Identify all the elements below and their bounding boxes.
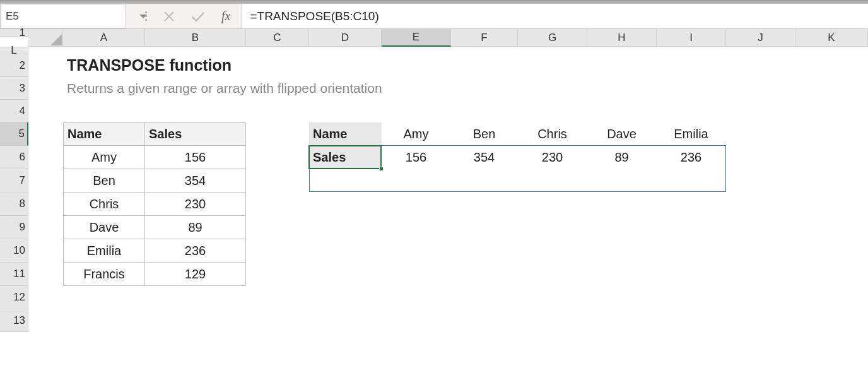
cell[interactable] xyxy=(657,216,726,239)
cell[interactable]: Francis xyxy=(63,263,145,286)
formula-input[interactable]: =TRANSPOSE(B5:C10) xyxy=(242,4,868,28)
column-header[interactable]: A xyxy=(63,29,145,47)
cell[interactable] xyxy=(726,47,795,54)
row-header[interactable]: 3 xyxy=(0,77,28,100)
cell[interactable]: 230 xyxy=(518,146,587,169)
cell[interactable] xyxy=(246,146,309,169)
cell[interactable] xyxy=(726,122,795,146)
cell[interactable] xyxy=(518,239,587,263)
row-header[interactable]: 6 xyxy=(0,146,28,169)
column-header[interactable]: B xyxy=(145,29,246,47)
cell[interactable] xyxy=(795,100,868,122)
cell[interactable] xyxy=(451,77,518,100)
cell[interactable] xyxy=(382,47,451,54)
select-all-corner[interactable] xyxy=(28,29,63,47)
cell[interactable] xyxy=(726,100,795,122)
cell[interactable] xyxy=(28,286,63,309)
column-header[interactable]: L xyxy=(0,47,28,54)
cell[interactable] xyxy=(246,286,309,309)
cell[interactable] xyxy=(587,47,657,54)
cell[interactable] xyxy=(382,239,451,263)
cell[interactable] xyxy=(246,309,309,332)
cell[interactable] xyxy=(518,77,587,100)
cell[interactable] xyxy=(726,286,795,309)
column-header[interactable]: E xyxy=(382,29,451,47)
cell[interactable] xyxy=(309,239,382,263)
cell[interactable] xyxy=(309,100,382,122)
cell[interactable] xyxy=(726,263,795,286)
cell[interactable] xyxy=(726,193,795,216)
cell[interactable] xyxy=(145,286,246,309)
column-header[interactable]: K xyxy=(795,29,868,47)
row-header[interactable]: 13 xyxy=(0,309,28,332)
expand-formula-bar-icon[interactable] xyxy=(145,11,147,21)
cell[interactable] xyxy=(726,216,795,239)
cell[interactable] xyxy=(587,286,657,309)
cell[interactable] xyxy=(795,286,868,309)
cell[interactable] xyxy=(63,47,145,54)
cell[interactable] xyxy=(246,239,309,263)
cell[interactable]: Ben xyxy=(451,122,518,146)
cell[interactable] xyxy=(246,193,309,216)
cell[interactable] xyxy=(451,239,518,263)
name-box[interactable] xyxy=(0,4,126,28)
cell[interactable] xyxy=(63,309,145,332)
cell[interactable] xyxy=(726,146,795,169)
cell[interactable] xyxy=(726,169,795,193)
cell[interactable]: Amy xyxy=(382,122,451,146)
row-header[interactable]: 11 xyxy=(0,263,28,286)
cell[interactable] xyxy=(145,309,246,332)
row-header[interactable]: 12 xyxy=(0,286,28,309)
cell[interactable]: Ben xyxy=(63,169,145,193)
row-header[interactable]: 10 xyxy=(0,239,28,263)
cell[interactable] xyxy=(382,77,451,100)
cell[interactable] xyxy=(382,100,451,122)
cell[interactable] xyxy=(451,216,518,239)
cell[interactable] xyxy=(246,216,309,239)
cell[interactable] xyxy=(28,146,63,169)
cell[interactable] xyxy=(657,100,726,122)
cell[interactable] xyxy=(28,216,63,239)
cell[interactable] xyxy=(795,54,868,77)
cell[interactable] xyxy=(795,193,868,216)
cell[interactable]: 89 xyxy=(587,146,657,169)
cell[interactable]: 129 xyxy=(145,263,246,286)
cell[interactable] xyxy=(451,100,518,122)
enter-icon[interactable] xyxy=(191,11,205,22)
cell[interactable] xyxy=(309,193,382,216)
cell[interactable] xyxy=(587,77,657,100)
cell[interactable] xyxy=(587,263,657,286)
cell[interactable] xyxy=(518,169,587,193)
cell[interactable] xyxy=(28,77,63,100)
cell[interactable] xyxy=(382,309,451,332)
cell[interactable] xyxy=(246,122,309,146)
cell[interactable]: Chris xyxy=(63,193,145,216)
cell[interactable] xyxy=(145,100,246,122)
cell[interactable] xyxy=(657,77,726,100)
cell[interactable] xyxy=(309,54,382,77)
cell[interactable] xyxy=(28,54,63,77)
cell[interactable] xyxy=(587,193,657,216)
cell[interactable]: Amy xyxy=(63,146,145,169)
name-box-input[interactable] xyxy=(6,10,139,23)
cell[interactable] xyxy=(28,193,63,216)
column-header[interactable]: D xyxy=(309,29,382,47)
cell[interactable]: 230 xyxy=(145,193,246,216)
cell[interactable] xyxy=(518,54,587,77)
cell[interactable] xyxy=(28,169,63,193)
cell[interactable] xyxy=(726,239,795,263)
cell[interactable] xyxy=(382,263,451,286)
cell[interactable]: Emilia xyxy=(657,122,726,146)
column-header[interactable]: F xyxy=(451,29,518,47)
cell[interactable] xyxy=(726,77,795,100)
cell[interactable] xyxy=(28,263,63,286)
row-header[interactable]: 1 xyxy=(0,29,28,37)
cell[interactable] xyxy=(382,169,451,193)
cell[interactable] xyxy=(63,100,145,122)
cell[interactable] xyxy=(63,286,145,309)
cell[interactable]: 156 xyxy=(145,146,246,169)
cell[interactable] xyxy=(382,193,451,216)
cell[interactable] xyxy=(795,122,868,146)
cell[interactable] xyxy=(246,54,309,77)
cell[interactable]: Chris xyxy=(518,122,587,146)
